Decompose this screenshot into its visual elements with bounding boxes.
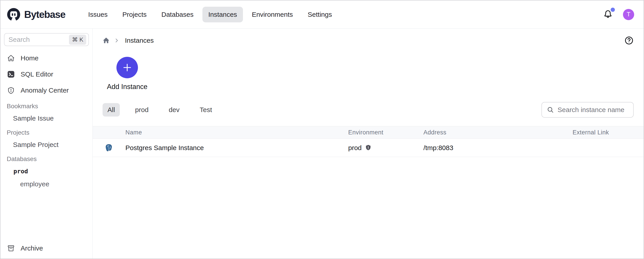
sidebar-item-anomaly-center[interactable]: Anomaly Center — [0, 82, 92, 98]
add-instance-label: Add Instance — [107, 83, 148, 91]
terminal-icon — [7, 70, 15, 78]
brand-logo[interactable]: Bytebase — [7, 7, 66, 21]
sidebar-item-sql-editor[interactable]: SQL Editor — [0, 66, 92, 82]
sidebar-section-bookmarks: Bookmarks Sample Issue — [0, 98, 92, 125]
sidebar-item-label: Archive — [20, 245, 43, 252]
section-title: Bookmarks — [0, 101, 92, 112]
sidebar-footer: Archive — [0, 240, 92, 256]
nav-item-settings[interactable]: Settings — [302, 7, 338, 22]
search-icon — [547, 106, 554, 113]
breadcrumb-current: Instances — [125, 37, 154, 44]
protected-shield-icon — [365, 144, 372, 151]
brand-name: Bytebase — [24, 9, 66, 20]
postgres-icon — [104, 143, 113, 152]
sidebar-nav: Home SQL Editor — [0, 50, 92, 98]
breadcrumb: Instances — [93, 35, 644, 46]
nav-item-environments[interactable]: Environments — [246, 7, 299, 22]
avatar-initial: T — [627, 11, 630, 18]
section-title: Databases — [0, 153, 92, 165]
instances-table: Name Environment Address External Link — [93, 126, 644, 157]
bytebase-logo-icon — [7, 7, 20, 21]
instance-address: /tmp:8083 — [424, 144, 572, 152]
app-window: Bytebase Issues Projects Databases Insta… — [0, 0, 644, 259]
navbar-right: T — [603, 9, 634, 20]
sidebar-item-archive[interactable]: Archive — [0, 240, 92, 256]
header-external-link: External Link — [572, 129, 644, 136]
sidebar-item-sample-issue[interactable]: Sample Issue — [0, 112, 92, 125]
add-instance-button[interactable]: Add Instance — [105, 57, 149, 91]
keyboard-shortcut-badge: ⌘ K — [69, 35, 86, 45]
tab-prod[interactable]: prod — [130, 103, 154, 117]
instance-environment-cell: prod — [348, 144, 424, 152]
breadcrumb-home-icon[interactable] — [102, 37, 110, 44]
notification-dot — [611, 7, 615, 12]
engine-icon-cell — [93, 143, 126, 152]
tab-test[interactable]: Test — [195, 103, 217, 117]
archive-icon — [7, 245, 15, 252]
sidebar-search[interactable]: ⌘ K — [4, 33, 89, 46]
tab-all[interactable]: All — [102, 103, 120, 117]
section-title: Projects — [0, 127, 92, 138]
sidebar-item-label: Anomaly Center — [20, 87, 69, 94]
sidebar-item-db-prod[interactable]: prod — [0, 165, 92, 178]
sidebar-item-label: SQL Editor — [20, 70, 53, 78]
sidebar-item-sample-project[interactable]: Sample Project — [0, 138, 92, 151]
table-row[interactable]: Postgres Sample Instance prod /tmp:8083 — [93, 139, 644, 157]
app-body: ⌘ K Home — [0, 29, 644, 259]
table-header-row: Name Environment Address External Link — [93, 126, 644, 139]
shield-exclamation-icon — [7, 87, 15, 94]
instance-search-input[interactable] — [558, 106, 628, 114]
header-address: Address — [424, 129, 572, 136]
top-navbar: Bytebase Issues Projects Databases Insta… — [0, 0, 644, 29]
sidebar-item-home[interactable]: Home — [0, 50, 92, 66]
sidebar: ⌘ K Home — [0, 29, 93, 259]
header-name: Name — [126, 129, 348, 136]
nav-item-databases[interactable]: Databases — [156, 7, 199, 22]
tab-dev[interactable]: dev — [164, 103, 184, 117]
primary-nav: Issues Projects Databases Instances Envi… — [82, 7, 338, 22]
sidebar-section-databases: Databases prod employee — [0, 151, 92, 191]
nav-item-instances[interactable]: Instances — [202, 7, 243, 22]
sidebar-section-projects: Projects Sample Project — [0, 125, 92, 151]
help-button[interactable] — [624, 36, 634, 45]
sidebar-item-label: Home — [20, 54, 38, 62]
sidebar-item-db-employee[interactable]: employee — [0, 178, 92, 191]
user-avatar[interactable]: T — [623, 9, 634, 20]
main-content: Instances Add Instance — [93, 29, 644, 259]
environment-filter-tabs: All prod dev Test — [93, 102, 644, 118]
nav-item-issues[interactable]: Issues — [82, 7, 114, 22]
plus-icon — [116, 57, 138, 78]
sidebar-search-input[interactable] — [8, 36, 67, 43]
nav-item-projects[interactable]: Projects — [116, 7, 152, 22]
instance-name: Postgres Sample Instance — [126, 144, 348, 152]
chevron-right-icon — [114, 37, 120, 43]
header-environment: Environment — [348, 129, 424, 136]
environment-name: prod — [348, 144, 362, 152]
notifications-button[interactable] — [603, 9, 613, 20]
home-icon — [7, 54, 15, 62]
instance-search-box[interactable] — [542, 102, 634, 118]
